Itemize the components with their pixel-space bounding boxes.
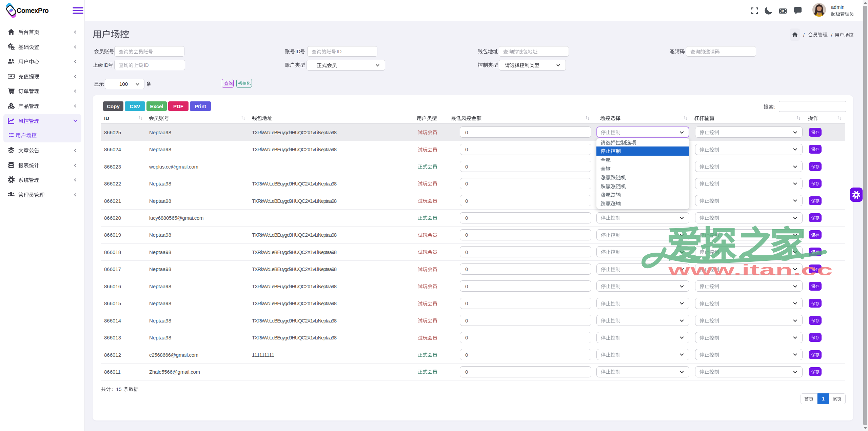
svg-text:1: 1 [782,9,784,13]
